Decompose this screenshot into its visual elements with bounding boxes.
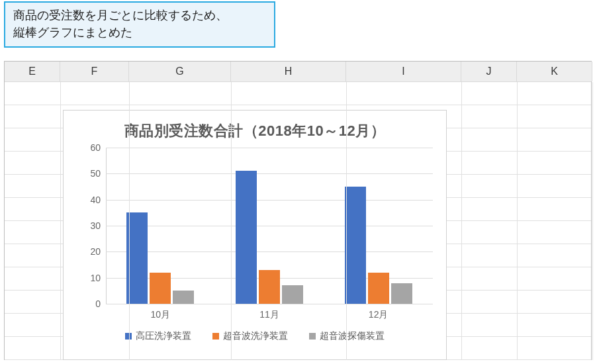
x-category-label: 11月 (259, 309, 279, 321)
callout-box: 商品の受注数を月ごとに比較するため、 縦棒グラフにまとめた (4, 1, 275, 48)
chart-bar (126, 212, 148, 304)
column-header[interactable]: I (346, 62, 461, 81)
chart-bar (345, 187, 366, 304)
embedded-chart[interactable]: 商品別受注数合計（2018年10～12月） 010203040506010月11… (63, 110, 447, 360)
callout-line-1: 商品の受注数を月ごとに比較するため、 (13, 9, 228, 22)
y-tick-label: 0 (95, 298, 101, 309)
grid-column-line (592, 82, 593, 360)
grid-column-line (461, 82, 462, 360)
legend-swatch (125, 333, 132, 340)
x-category-label: 12月 (369, 309, 389, 321)
column-header[interactable]: F (60, 62, 129, 81)
y-tick-label: 60 (90, 142, 101, 153)
y-tick-label: 10 (90, 273, 101, 283)
y-gridline (106, 200, 433, 201)
spreadsheet-frame: EFGHIJK 商品別受注数合計（2018年10～12月） 0102030405… (4, 61, 592, 360)
chart-bar (150, 273, 171, 304)
legend-swatch (309, 333, 316, 340)
y-gridline (106, 251, 433, 252)
grid-column-line (346, 82, 347, 360)
grid-column-line (517, 82, 518, 360)
grid-column-line (231, 82, 232, 360)
grid-body[interactable]: 商品別受注数合計（2018年10～12月） 010203040506010月11… (5, 82, 591, 360)
chart-bar (236, 171, 257, 304)
y-tick-label: 50 (90, 168, 101, 179)
column-headers-row: EFGHIJK (5, 62, 591, 82)
column-header[interactable]: K (517, 62, 592, 81)
column-header[interactable]: J (461, 62, 517, 81)
y-gridline (106, 304, 433, 304)
y-tick-label: 40 (90, 195, 101, 205)
y-tick-label: 30 (90, 220, 101, 231)
x-category-label: 10月 (151, 309, 171, 321)
column-header[interactable]: E (5, 62, 60, 81)
legend-swatch (212, 333, 219, 340)
column-header[interactable]: G (129, 62, 231, 81)
chart-bar (368, 273, 389, 304)
callout-line-2: 縦棒グラフにまとめた (13, 26, 132, 39)
legend-label: 超音波探傷装置 (320, 330, 385, 342)
y-tick-label: 20 (90, 246, 101, 257)
chart-bar (173, 291, 194, 304)
chart-legend: 高圧洗浄装置超音波洗浄装置超音波探傷装置 (64, 330, 446, 342)
grid-column-line (129, 82, 130, 360)
y-gridline (106, 173, 433, 174)
legend-label: 超音波洗浄装置 (223, 330, 288, 342)
legend-item: 超音波探傷装置 (309, 330, 385, 342)
column-header[interactable]: H (231, 62, 346, 81)
y-gridline (106, 226, 433, 226)
plot-area: 010203040506010月11月12月 (106, 148, 433, 304)
chart-bar (259, 270, 280, 304)
chart-bar (391, 283, 412, 304)
legend-item: 超音波洗浄装置 (212, 330, 288, 342)
chart-bar (282, 285, 303, 304)
legend-label: 高圧洗浄装置 (136, 330, 191, 342)
y-gridline (106, 148, 433, 148)
chart-title: 商品別受注数合計（2018年10～12月） (64, 121, 446, 141)
grid-column-line (60, 82, 61, 360)
legend-item: 高圧洗浄装置 (125, 330, 191, 342)
